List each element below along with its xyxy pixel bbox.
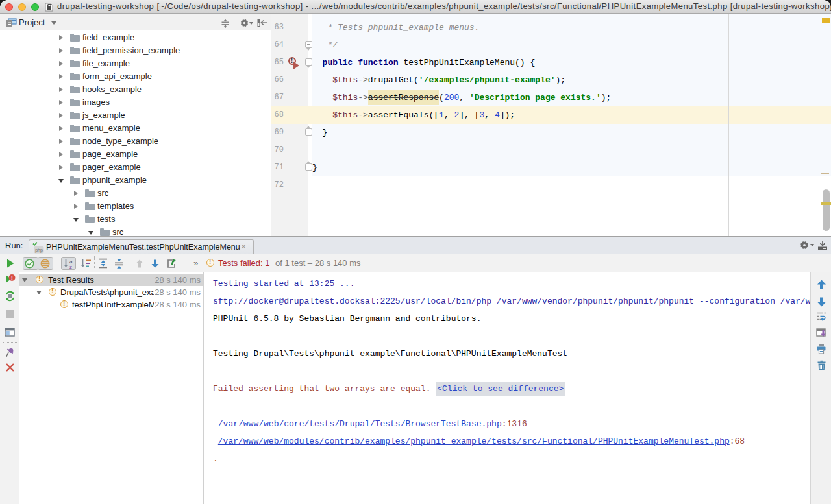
svg-text:z: z — [69, 264, 72, 269]
svg-text:!: ! — [11, 274, 13, 281]
svg-text:php: php — [35, 248, 43, 253]
